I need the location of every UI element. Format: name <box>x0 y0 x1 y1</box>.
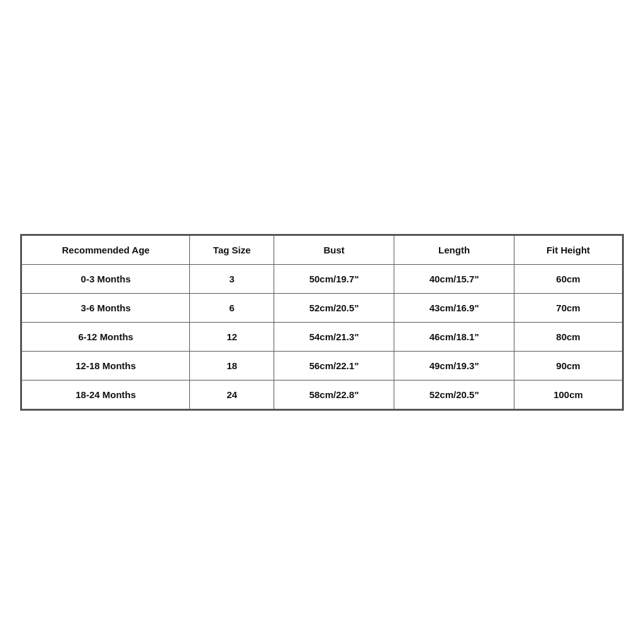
cell-tag-3: 18 <box>190 351 274 380</box>
header-age: Recommended Age <box>22 235 190 264</box>
cell-fitHeight-1: 70cm <box>514 293 623 322</box>
cell-tag-4: 24 <box>190 380 274 409</box>
table-row: 3-6 Months652cm/20.5"43cm/16.9"70cm <box>22 293 623 322</box>
cell-length-2: 46cm/18.1" <box>394 322 514 351</box>
cell-fitHeight-2: 80cm <box>514 322 623 351</box>
header-bust: Bust <box>274 235 394 264</box>
cell-age-0: 0-3 Months <box>22 264 190 293</box>
cell-tag-1: 6 <box>190 293 274 322</box>
cell-bust-3: 56cm/22.1" <box>274 351 394 380</box>
header-fit-height: Fit Height <box>514 235 623 264</box>
cell-fitHeight-4: 100cm <box>514 380 623 409</box>
cell-fitHeight-0: 60cm <box>514 264 623 293</box>
size-chart-table: Recommended Age Tag Size Bust Length Fit… <box>21 235 623 409</box>
table-row: 0-3 Months350cm/19.7"40cm/15.7"60cm <box>22 264 623 293</box>
cell-tag-0: 3 <box>190 264 274 293</box>
table-row: 6-12 Months1254cm/21.3"46cm/18.1"80cm <box>22 322 623 351</box>
cell-length-1: 43cm/16.9" <box>394 293 514 322</box>
cell-length-3: 49cm/19.3" <box>394 351 514 380</box>
cell-bust-1: 52cm/20.5" <box>274 293 394 322</box>
cell-age-2: 6-12 Months <box>22 322 190 351</box>
cell-age-4: 18-24 Months <box>22 380 190 409</box>
cell-tag-2: 12 <box>190 322 274 351</box>
header-length: Length <box>394 235 514 264</box>
table-row: 12-18 Months1856cm/22.1"49cm/19.3"90cm <box>22 351 623 380</box>
cell-age-3: 12-18 Months <box>22 351 190 380</box>
cell-bust-0: 50cm/19.7" <box>274 264 394 293</box>
cell-bust-2: 54cm/21.3" <box>274 322 394 351</box>
table-header-row: Recommended Age Tag Size Bust Length Fit… <box>22 235 623 264</box>
cell-length-0: 40cm/15.7" <box>394 264 514 293</box>
table-row: 18-24 Months2458cm/22.8"52cm/20.5"100cm <box>22 380 623 409</box>
cell-length-4: 52cm/20.5" <box>394 380 514 409</box>
header-tag: Tag Size <box>190 235 274 264</box>
cell-fitHeight-3: 90cm <box>514 351 623 380</box>
cell-bust-4: 58cm/22.8" <box>274 380 394 409</box>
size-chart-container: Recommended Age Tag Size Bust Length Fit… <box>20 234 624 411</box>
cell-age-1: 3-6 Months <box>22 293 190 322</box>
